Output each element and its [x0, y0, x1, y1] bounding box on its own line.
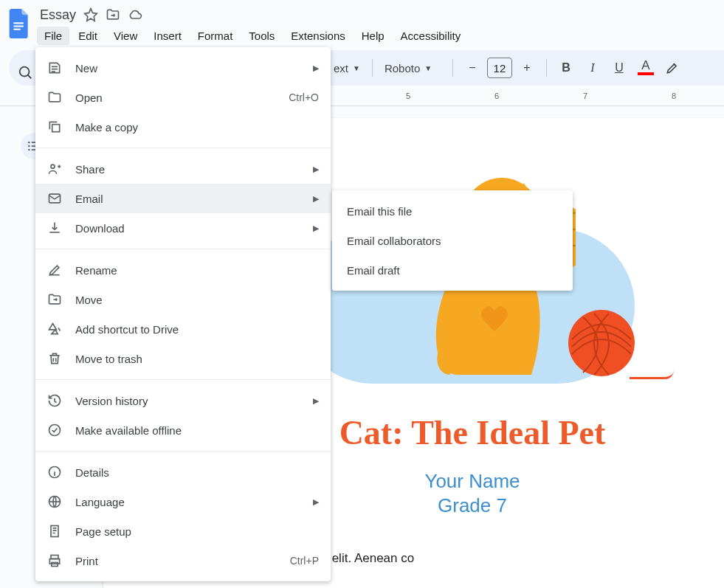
email-submenu: Email this file Email collaborators Emai… — [332, 190, 573, 291]
menu-item-email[interactable]: Email▶ — [35, 184, 331, 213]
file-menu-dropdown: New▶OpenCtrl+OMake a copyShare▶Email▶Dow… — [35, 47, 331, 581]
menu-item-open[interactable]: OpenCtrl+O — [35, 83, 331, 112]
menu-item-label: Rename — [75, 264, 319, 277]
offline-icon — [47, 423, 62, 437]
ruler-tick: 6 — [494, 91, 499, 100]
menu-separator — [35, 249, 331, 249]
yarn-ball — [568, 310, 635, 376]
font-size-input[interactable]: 12 — [487, 58, 512, 78]
svg-point-3 — [20, 67, 30, 77]
menu-item-make-a-copy[interactable]: Make a copy — [35, 112, 331, 142]
submenu-arrow-icon: ▶ — [313, 497, 319, 507]
menu-item-label: Share — [75, 163, 313, 176]
svg-rect-0 — [14, 22, 24, 24]
font-size-decrease-button[interactable]: − — [461, 56, 484, 80]
menu-item-label: Make a copy — [75, 121, 319, 134]
cloud-status-icon[interactable] — [128, 7, 142, 22]
toolbar-separator — [452, 59, 453, 77]
svg-point-6 — [28, 145, 30, 148]
bold-button[interactable]: B — [554, 56, 578, 80]
menu-item-page-setup[interactable]: Page setup — [35, 516, 331, 546]
drive-shortcut-icon — [47, 322, 62, 336]
move-icon — [47, 292, 62, 307]
svg-rect-2 — [14, 29, 21, 30]
menu-item-move[interactable]: Move — [35, 285, 331, 314]
menu-item-label: Language — [75, 496, 313, 508]
menu-insert[interactable]: Insert — [146, 27, 189, 45]
toolbar-separator — [546, 59, 547, 77]
submenu-arrow-icon: ▶ — [313, 224, 319, 233]
svg-rect-11 — [52, 66, 58, 68]
star-icon[interactable] — [83, 7, 98, 22]
move-folder-icon[interactable] — [106, 7, 120, 22]
copy-icon — [47, 120, 62, 134]
menu-item-version-history[interactable]: Version history▶ — [35, 386, 331, 415]
svg-point-17 — [49, 425, 61, 436]
font-selector[interactable]: Roboto ▼ — [380, 62, 445, 75]
menu-item-label: Email — [75, 193, 313, 205]
text-color-button[interactable]: A — [634, 56, 658, 80]
globe-icon — [47, 494, 62, 509]
italic-button[interactable]: I — [581, 56, 604, 80]
menu-item-make-available-offline[interactable]: Make available offline — [35, 415, 331, 445]
chevron-down-icon: ▼ — [424, 64, 432, 72]
menu-edit[interactable]: Edit — [71, 27, 105, 45]
menubar: File Edit View Insert Format Tools Exten… — [37, 25, 468, 45]
submenu-email-draft[interactable]: Email draft — [332, 255, 573, 285]
ruler-tick: 8 — [672, 91, 676, 100]
svg-point-15 — [51, 165, 55, 168]
menu-help[interactable]: Help — [354, 27, 392, 45]
menu-item-shortcut: Ctrl+P — [290, 555, 319, 567]
submenu-arrow-icon: ▶ — [313, 396, 319, 406]
svg-rect-1 — [14, 26, 24, 27]
menu-item-new[interactable]: New▶ — [35, 53, 331, 83]
menu-accessibility[interactable]: Accessibility — [393, 27, 469, 45]
menu-tools[interactable]: Tools — [241, 27, 282, 45]
menu-view[interactable]: View — [106, 27, 145, 45]
menu-item-language[interactable]: Language▶ — [35, 487, 331, 516]
menu-item-label: Open — [75, 91, 289, 104]
highlight-button[interactable] — [661, 56, 684, 80]
font-size-increase-button[interactable]: + — [515, 56, 539, 80]
menu-item-add-shortcut-to-drive[interactable]: Add shortcut to Drive — [35, 314, 331, 344]
svg-point-8 — [28, 149, 30, 151]
menu-extensions[interactable]: Extensions — [283, 27, 352, 45]
search-icon[interactable] — [13, 60, 37, 84]
paragraph-style-selector[interactable]: ext ▼ — [329, 62, 365, 75]
menu-item-print[interactable]: PrintCtrl+P — [35, 546, 331, 575]
folder-icon — [47, 90, 62, 105]
menu-format[interactable]: Format — [190, 27, 241, 45]
svg-point-4 — [28, 142, 30, 144]
mail-icon — [47, 191, 62, 206]
page-icon — [47, 524, 62, 539]
menu-item-label: Move — [75, 294, 319, 306]
history-icon — [47, 393, 62, 408]
menu-file[interactable]: File — [37, 27, 69, 45]
submenu-arrow-icon: ▶ — [313, 165, 319, 174]
menu-item-label: Version history — [75, 395, 313, 407]
document-title[interactable]: Essay — [40, 7, 76, 23]
underline-button[interactable]: U — [607, 56, 631, 80]
menu-separator — [35, 379, 331, 380]
docs-logo[interactable] — [6, 6, 32, 41]
menu-item-share[interactable]: Share▶ — [35, 154, 331, 184]
ruler-tick: 7 — [583, 91, 587, 100]
share-icon — [47, 162, 62, 176]
menu-item-rename[interactable]: Rename — [35, 255, 331, 285]
menu-item-label: Print — [75, 555, 290, 567]
menu-item-label: New — [75, 62, 313, 75]
info-icon — [47, 465, 62, 480]
menu-item-details[interactable]: Details — [35, 457, 331, 487]
menu-item-label: Details — [75, 466, 319, 479]
yarn-string — [630, 370, 674, 379]
svg-rect-12 — [52, 69, 58, 70]
submenu-email-collaborators[interactable]: Email collaborators — [332, 226, 573, 255]
submenu-email-this-file[interactable]: Email this file — [332, 196, 573, 226]
menu-item-download[interactable]: Download▶ — [35, 213, 331, 243]
menu-separator — [35, 451, 331, 452]
menu-item-label: Page setup — [75, 525, 319, 538]
doc-icon — [47, 60, 62, 75]
trash-icon — [47, 351, 62, 366]
rename-icon — [47, 263, 62, 277]
menu-item-move-to-trash[interactable]: Move to trash — [35, 344, 331, 373]
